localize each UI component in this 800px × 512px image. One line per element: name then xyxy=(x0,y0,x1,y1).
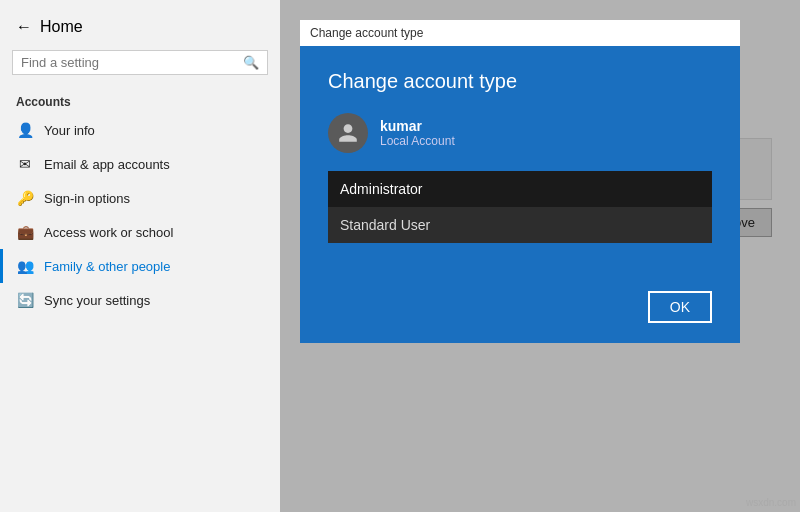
modal-user-account-type: Local Account xyxy=(380,134,455,148)
accounts-section-label: Accounts xyxy=(0,87,280,113)
sidebar-item-signin[interactable]: 🔑 Sign-in options xyxy=(0,181,280,215)
sidebar: ← Home 🔍 Accounts 👤 Your info ✉ Email & … xyxy=(0,0,280,512)
modal-footer: OK xyxy=(300,279,740,343)
sync-icon: 🔄 xyxy=(16,292,34,308)
modal-avatar-icon xyxy=(337,122,359,144)
search-box[interactable]: 🔍 xyxy=(12,50,268,75)
modal-body: Change account type kumar Local Account … xyxy=(300,46,740,279)
change-account-type-modal: Change account type Change account type … xyxy=(300,20,740,343)
sidebar-item-label: Sync your settings xyxy=(44,293,150,308)
sidebar-item-access-work[interactable]: 💼 Access work or school xyxy=(0,215,280,249)
sidebar-item-email-app[interactable]: ✉ Email & app accounts xyxy=(0,147,280,181)
modal-overlay: Change account type Change account type … xyxy=(280,0,800,512)
sidebar-item-label: Email & app accounts xyxy=(44,157,170,172)
modal-user: kumar Local Account xyxy=(328,113,712,153)
family-icon: 👥 xyxy=(16,258,34,274)
sidebar-item-sync[interactable]: 🔄 Sync your settings xyxy=(0,283,280,317)
sidebar-item-label: Family & other people xyxy=(44,259,170,274)
sidebar-item-family[interactable]: 👥 Family & other people xyxy=(0,249,280,283)
account-type-dropdown[interactable]: Administrator Standard User xyxy=(328,171,712,243)
search-icon: 🔍 xyxy=(243,55,259,70)
dropdown-option-administrator[interactable]: Administrator xyxy=(328,171,712,207)
sidebar-item-label: Access work or school xyxy=(44,225,173,240)
modal-heading: Change account type xyxy=(328,70,712,93)
sidebar-item-label: Sign-in options xyxy=(44,191,130,206)
work-icon: 💼 xyxy=(16,224,34,240)
modal-user-name: kumar xyxy=(380,118,455,134)
signin-icon: 🔑 xyxy=(16,190,34,206)
ok-button[interactable]: OK xyxy=(648,291,712,323)
dropdown-option-standard-user[interactable]: Standard User xyxy=(328,207,712,243)
your-info-icon: 👤 xyxy=(16,122,34,138)
modal-titlebar: Change account type xyxy=(300,20,740,46)
modal-user-info: kumar Local Account xyxy=(380,118,455,148)
watermark: wsxdn.com xyxy=(746,497,796,508)
home-icon: ← xyxy=(16,18,32,36)
search-input[interactable] xyxy=(21,55,243,70)
sidebar-item-label: Your info xyxy=(44,123,95,138)
sidebar-item-your-info[interactable]: 👤 Your info xyxy=(0,113,280,147)
modal-avatar xyxy=(328,113,368,153)
main-content: Family & other people Your family + kuma… xyxy=(280,0,800,512)
home-label: Home xyxy=(40,18,83,36)
email-icon: ✉ xyxy=(16,156,34,172)
home-button[interactable]: ← Home xyxy=(0,10,280,44)
